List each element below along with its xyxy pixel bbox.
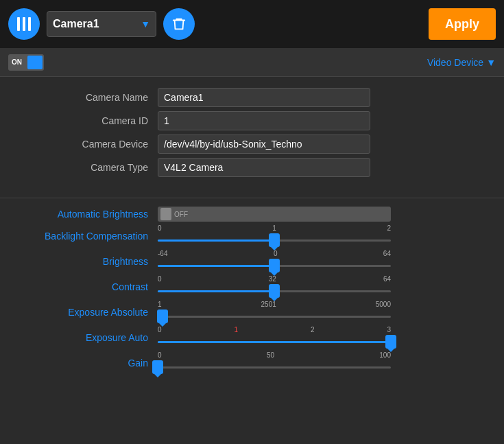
delete-camera-button[interactable] [163,8,195,40]
slider-label: Exposure Absolute [21,307,158,318]
camera-device-input[interactable] [158,135,370,154]
slider-ticks: 03264 [158,275,391,283]
slider-track[interactable] [158,366,391,369]
auto-brightness-toggle[interactable]: OFF [158,207,391,222]
slider-label: Brightness [21,256,158,267]
slider-label: Automatic Brightness [21,209,158,220]
slider-track[interactable] [158,316,391,318]
slider-row-gain: Gain050100 [21,351,483,374]
trash-icon [171,16,187,32]
slider-thumb[interactable] [269,284,280,298]
slider-track[interactable] [158,239,391,242]
slider-fill [158,290,274,292]
slider-fill [158,239,274,242]
toggle-knob [27,56,43,69]
slider-label: Contrast [21,281,158,292]
apply-button[interactable]: Apply [429,8,496,40]
camera-type-input[interactable] [158,158,370,177]
slider-row-automatic-brightness: Automatic BrightnessOFF [21,207,483,222]
camera-select[interactable]: Camera1 ▼ [47,11,156,37]
on-off-toggle[interactable]: ON [8,54,44,71]
slider-ticks: -64064 [158,250,391,257]
slider-row-exposure-auto: Exposure Auto0123 [21,326,483,349]
slider-ticks: 050100 [158,351,391,359]
slider-row-contrast: Contrast03264 [21,275,483,298]
camera-device-row: Camera Device [21,135,483,154]
slider-ticks: 125015000 [158,301,391,308]
slider-row-exposure-absolute: Exposure Absolute125015000 [21,301,483,323]
slider-label: Backlight Compensation [21,231,158,242]
slider-thumb[interactable] [385,335,396,349]
section-divider [0,198,504,198]
main-content: Camera Name Camera ID Camera Device Came… [0,77,504,374]
sliders-section: Automatic BrightnessOFFBacklight Compens… [0,207,504,374]
video-device-arrow-icon: ▼ [486,57,496,68]
svg-rect-0 [17,17,20,31]
camera-id-input[interactable] [158,111,370,130]
video-device-dropdown[interactable]: Video Device ▼ [427,57,496,68]
slider-label: Gain [21,358,158,369]
svg-rect-1 [23,17,25,31]
camera-type-row: Camera Type [21,158,483,177]
camera-name-input[interactable] [158,88,370,107]
slider-fill [158,265,274,267]
slider-thumb[interactable] [157,309,168,323]
slider-thumb[interactable] [269,259,280,272]
toggle-on-label: ON [12,58,22,66]
camera-id-row: Camera ID [21,111,483,130]
logo-icon [8,8,40,40]
top-bar: Camera1 ▼ Apply [0,0,504,48]
slider-thumb[interactable] [152,360,163,374]
video-device-label: Video Device [427,57,483,68]
subheader: ON Video Device ▼ [0,48,504,77]
camera-select-value: Camera1 [53,18,135,30]
camera-name-row: Camera Name [21,88,483,107]
toggle-knob [160,208,171,220]
slider-track[interactable] [158,290,391,292]
slider-row-backlight-compensation: Backlight Compensation012 [21,224,483,247]
camera-form: Camera Name Camera ID Camera Device Came… [0,88,504,192]
slider-thumb[interactable] [269,233,280,247]
camera-name-label: Camera Name [21,92,158,103]
toggle-state-label: OFF [174,211,188,218]
slider-track[interactable] [158,265,391,267]
svg-rect-2 [28,17,31,31]
camera-type-label: Camera Type [21,162,158,173]
slider-label: Exposure Auto [21,332,158,343]
camera-id-label: Camera ID [21,115,158,126]
slider-ticks: 012 [158,224,391,232]
slider-ticks: 0123 [158,326,391,334]
slider-fill [158,341,391,343]
chevron-down-icon: ▼ [141,19,150,30]
camera-device-label: Camera Device [21,139,158,150]
slider-row-brightness: Brightness-64064 [21,250,483,272]
slider-track[interactable] [158,341,391,343]
